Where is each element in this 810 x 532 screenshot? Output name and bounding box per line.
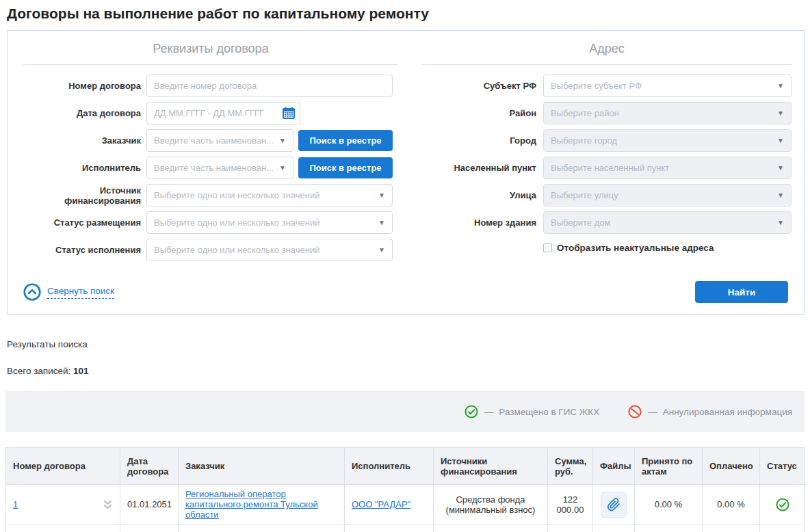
annulled-status-icon [628,405,642,418]
chevron-down-icon: ▼ [777,164,784,172]
placement-status-label: Статус размещения [23,217,141,228]
search-panel: Реквизиты договора Номер договора Дата д… [7,30,805,315]
contract-date-label: Дата договора [23,108,141,118]
col-header-amount: Сумма, руб. [548,448,593,485]
execution-status-placeholder: Выберите одно или несколько значений [154,245,319,255]
total-records-label: Всего записей: [7,366,70,376]
collapse-search-label: Свернуть поиск [47,286,114,299]
contract-number-link[interactable]: 1 [13,499,18,509]
files-button[interactable] [601,492,627,518]
street-label: Улица [422,190,536,200]
execution-status-select[interactable]: Выберите одно или несколько значений ▼ [146,239,393,261]
contract-number-input[interactable] [146,75,393,97]
contractor-placeholder: Введите часть наименован... [154,163,274,173]
col-header-contractor: Исполнитель [345,448,434,485]
contractor-link[interactable]: ООО "РАДАР" [352,499,410,509]
house-number-select[interactable]: Выберите дом ▼ [543,211,792,234]
col-header-paid: Оплачено [703,448,760,485]
contract-details-section: Реквизиты договора Номер договора Дата д… [8,42,405,266]
contracts-table: Номер договора Дата договора Заказчик Ис… [5,447,805,532]
placed-status-icon [465,405,478,418]
chevron-down-icon: ▼ [777,191,784,199]
chevron-down-icon: ▼ [378,191,385,199]
find-button[interactable]: Найти [695,281,788,303]
district-select[interactable]: Выберите район ▼ [543,102,792,124]
settlement-label: Населенный пункт [422,163,536,173]
house-number-placeholder: Выберите дом [551,217,610,228]
city-label: Город [422,135,536,146]
total-records-line: Всего записей: 101 [7,366,810,376]
calendar-icon[interactable] [283,107,295,119]
region-select[interactable]: Выберите субъект РФ ▼ [543,75,792,97]
collapse-search-link[interactable]: Свернуть поиск [23,283,114,301]
legend-annulled: — Аннулированная информация [628,405,792,418]
table-header-row: Номер договора Дата договора Заказчик Ис… [6,448,805,485]
customer-label: Заказчик [23,135,141,146]
contractor-select[interactable]: Введите часть наименован... ▼ [146,157,293,179]
customer-registry-search-button[interactable]: Поиск в реестре [298,130,393,151]
customer-link[interactable]: Региональный оператор капитального ремон… [185,489,318,520]
chevron-down-icon: ▼ [279,164,286,172]
funding-source-label: Источник финансирования [23,185,141,206]
section-divider [23,64,398,65]
paid-cell: 0.00 % [703,485,760,524]
legend-annulled-label: Аннулированная информация [663,407,792,417]
expand-row-icon[interactable] [103,499,113,510]
placement-status-select[interactable]: Выберите одно или несколько значений ▼ [146,211,393,234]
legend-placed: — Размещено в ГИС ЖКХ [465,405,599,418]
chevron-up-circle-icon [23,283,41,301]
region-label: Субъект РФ [422,81,536,91]
results-section-title: Результаты поиска [7,339,810,349]
status-placed-icon [776,498,789,511]
customer-select[interactable]: Введите часть наименован... ▼ [146,129,293,152]
funding-sources-cell: Средства фонда (минимальный взнос) [434,485,548,524]
col-header-funding-sources: Источники финансирования [434,448,548,485]
district-placeholder: Выберите район [551,108,619,118]
total-records-value: 101 [73,366,89,376]
paperclip-icon [607,498,620,511]
table-row: 1 01.01.2051 Региональный оператор капит… [6,485,805,524]
accepted-cell: 0.00 % [635,485,703,524]
legend-dash: — [648,407,657,417]
address-section: Адрес Субъект РФ Выберите субъект РФ ▼ Р… [405,42,804,266]
chevron-down-icon: ▼ [777,82,784,90]
city-select[interactable]: Выберите город ▼ [543,129,792,152]
contract-number-label: Номер договора [23,81,141,91]
placement-status-placeholder: Выберите одно или несколько значений [154,217,319,228]
settlement-placeholder: Выберите населенный пункт [551,163,669,173]
col-header-contract-date: Дата договора [120,448,179,485]
show-inactive-addresses-checkbox[interactable] [543,243,552,252]
col-header-files: Файлы [593,448,635,485]
chevron-down-icon: ▼ [378,246,385,254]
address-section-title: Адрес [422,42,792,56]
execution-status-label: Статус исполнения [23,245,141,255]
legend-placed-label: Размещено в ГИС ЖКХ [499,407,599,417]
contract-date-input[interactable] [146,102,300,124]
funding-source-select[interactable]: Выберите одно или несколько значений ▼ [146,184,393,207]
customer-placeholder: Введите часть наименован... [154,135,274,146]
chevron-down-icon: ▼ [279,137,286,144]
chevron-down-icon: ▼ [777,109,784,117]
street-placeholder: Выберите улицу [551,190,618,200]
table-row-partial [6,524,805,532]
contractor-registry-search-button[interactable]: Поиск в реестре [298,157,393,178]
col-header-accepted: Принято по актам [635,448,703,485]
show-inactive-addresses-label: Отобразить неактуальные адреса [557,243,714,253]
section-divider [422,64,792,65]
district-label: Район [422,108,536,118]
settlement-select[interactable]: Выберите населенный пункт ▼ [543,157,792,179]
house-number-label: Номер здания [422,217,536,228]
col-header-customer: Заказчик [179,448,345,485]
street-select[interactable]: Выберите улицу ▼ [543,184,792,207]
region-placeholder: Выберите субъект РФ [551,81,642,91]
funding-source-placeholder: Выберите одно или несколько значений [154,190,319,200]
col-header-status: Статус [760,448,805,485]
amount-cell: 122 000.00 [548,485,593,524]
contractor-label: Исполнитель [23,163,141,173]
col-header-contract-number: Номер договора [6,448,120,485]
chevron-down-icon: ▼ [378,219,385,226]
contract-section-title: Реквизиты договора [23,42,398,56]
page-title: Договоры на выполнение работ по капиталь… [7,5,810,22]
city-placeholder: Выберите город [551,135,617,146]
contract-date-cell: 01.01.2051 [120,485,179,524]
